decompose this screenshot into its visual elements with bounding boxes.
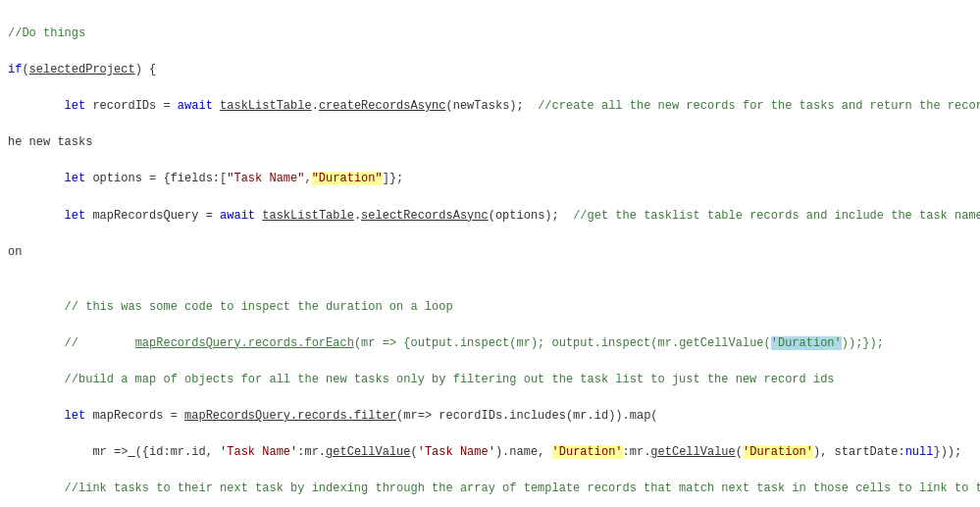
line-6: let mapRecordsQuery = await taskListTabl… — [8, 207, 972, 226]
line-3: let recordIDs = await taskListTable.crea… — [8, 97, 972, 116]
line-1: //Do things — [8, 25, 972, 43]
line-10: // mapRecordsQuery.records.forEach(mr =>… — [8, 334, 972, 353]
line-7: on — [8, 243, 972, 262]
line-4: he new tasks — [8, 133, 972, 152]
line-5: let options = {fields:["Task Name","Dura… — [8, 170, 972, 188]
line-12: let mapRecords = mapRecordsQuery.records… — [8, 407, 972, 426]
line-14: //link tasks to their next task by index… — [8, 480, 972, 498]
code-editor: //Do things if(selectedProject) { let re… — [0, 0, 980, 507]
line-2: if(selectedProject) { — [8, 61, 972, 79]
line-13: mr =>_({id:mr.id, 'Task Name':mr.getCell… — [8, 443, 972, 462]
line-11: //build a map of objects for all the new… — [8, 371, 972, 389]
line-9: // this was some code to inspect the dur… — [8, 298, 972, 317]
